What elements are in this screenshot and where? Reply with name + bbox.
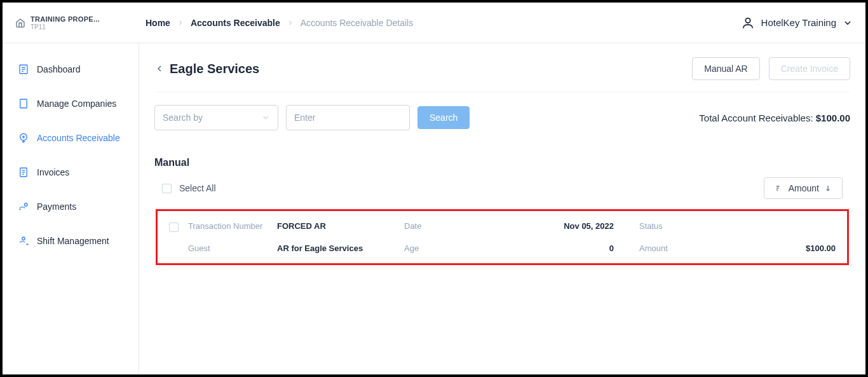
sidebar-item-manage-companies[interactable]: Manage Companies: [3, 86, 139, 121]
txn-value: FORCED AR: [277, 221, 404, 231]
sidebar-item-payments[interactable]: Payments: [3, 189, 139, 224]
topbar: TRAINING PROPE... TP11 Home Accounts Rec…: [3, 3, 865, 43]
chevron-right-icon: [177, 19, 184, 27]
arrow-down-icon: [824, 184, 832, 192]
chevron-right-icon: [287, 19, 294, 27]
status-label: Status: [614, 221, 665, 231]
payments-icon: [18, 201, 29, 212]
search-by-placeholder: Search by: [163, 113, 203, 123]
total-ar-label: Total Account Receivables:: [699, 113, 815, 123]
main-content: Eagle Services Manual AR Create Invoice …: [139, 43, 865, 374]
search-by-select[interactable]: Search by: [154, 105, 278, 130]
section-title: Manual: [154, 157, 850, 168]
amount-value: $100.00: [665, 243, 836, 253]
property-section[interactable]: TRAINING PROPE... TP11: [15, 15, 146, 31]
sidebar-item-accounts-receivable[interactable]: Accounts Receivable: [3, 121, 139, 155]
crumb-ar[interactable]: Accounts Receivable: [191, 18, 280, 28]
svg-point-18: [22, 237, 25, 240]
chevron-down-icon: [843, 18, 853, 28]
svg-rect-5: [20, 99, 27, 108]
guest-label: Guest: [188, 243, 277, 253]
back-button[interactable]: [154, 64, 165, 74]
svg-point-0: [745, 18, 750, 22]
sidebar-item-invoices[interactable]: Invoices: [3, 155, 139, 189]
sidebar-item-dashboard[interactable]: Dashboard: [3, 52, 139, 86]
user-menu[interactable]: HotelKey Training: [741, 16, 853, 30]
sidebar-item-label: Dashboard: [37, 64, 81, 74]
select-all-checkbox[interactable]: [162, 184, 172, 193]
crumb-details: Accounts Receivable Details: [301, 18, 413, 28]
record-checkbox[interactable]: [169, 223, 179, 232]
user-icon: [741, 16, 755, 30]
page-title: Eagle Services: [170, 62, 259, 76]
chevron-down-icon: [261, 113, 270, 122]
sidebar: Dashboard Manage Companies Accounts Rece…: [3, 43, 139, 374]
guest-value: AR for Eagle Services: [277, 243, 404, 253]
search-input[interactable]: [286, 105, 410, 130]
manual-ar-button[interactable]: Manual AR: [692, 57, 759, 80]
amount-label: Amount: [614, 243, 665, 253]
sort-icon: [775, 184, 783, 193]
dashboard-icon: [18, 64, 29, 75]
txn-label: Transaction Number: [188, 221, 277, 231]
property-name: TRAINING PROPE...: [31, 15, 100, 23]
crumb-home[interactable]: Home: [146, 18, 170, 28]
age-label: Age: [404, 243, 474, 253]
search-button[interactable]: Search: [417, 106, 470, 129]
sidebar-item-shift-management[interactable]: Shift Management: [3, 224, 139, 258]
total-ar: Total Account Receivables: $100.00: [699, 113, 850, 123]
sidebar-item-label: Payments: [37, 202, 76, 212]
breadcrumb: Home Accounts Receivable Accounts Receiv…: [146, 18, 741, 28]
building-icon: [18, 98, 29, 109]
shift-icon: [18, 235, 29, 247]
home-icon: [15, 18, 25, 28]
sidebar-item-label: Invoices: [37, 167, 69, 177]
select-all-label: Select All: [179, 183, 216, 193]
date-value: Nov 05, 2022: [474, 221, 614, 231]
property-code: TP11: [31, 24, 100, 31]
sort-button[interactable]: Amount: [764, 177, 843, 199]
svg-point-17: [25, 203, 28, 207]
user-name: HotelKey Training: [761, 17, 836, 28]
money-in-icon: [18, 132, 29, 144]
age-value: 0: [474, 243, 614, 253]
sidebar-item-label: Manage Companies: [37, 99, 116, 109]
date-label: Date: [404, 221, 474, 231]
sort-label: Amount: [789, 183, 819, 193]
invoice-icon: [18, 167, 29, 178]
create-invoice-button[interactable]: Create Invoice: [769, 57, 850, 80]
total-ar-amount: $100.00: [816, 113, 850, 123]
record-card[interactable]: Transaction Number FORCED AR Date Nov 05…: [156, 209, 849, 265]
sidebar-item-label: Accounts Receivable: [37, 133, 120, 143]
sidebar-item-label: Shift Management: [37, 236, 109, 246]
